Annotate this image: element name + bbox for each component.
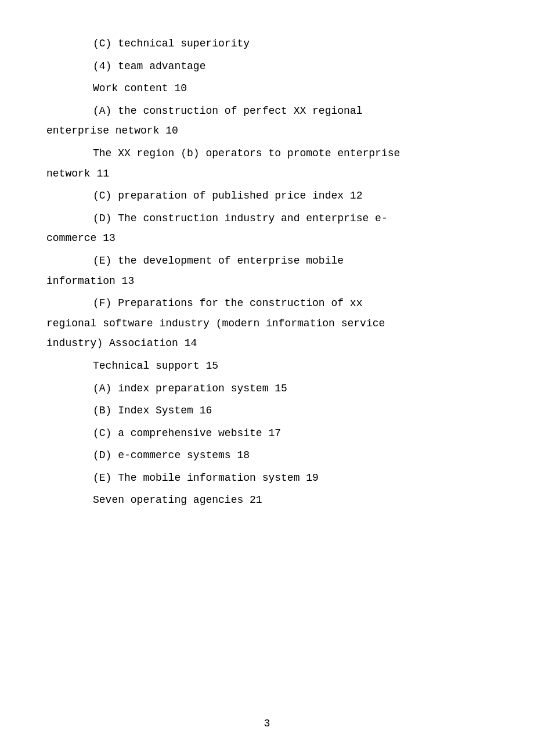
- block-b-index: (B) Index System 16: [46, 402, 488, 420]
- page: (C) technical superiority (4) team advan…: [0, 0, 534, 756]
- block-f-preparations: (F) Preparations for the construction of…: [46, 294, 488, 352]
- line-e-development-2: information 13: [46, 272, 488, 290]
- block-a-construction: (A) the construction of perfect XX regio…: [46, 102, 488, 140]
- block-xx-region: The XX region (b) operators to promote e…: [46, 145, 488, 182]
- block-e-mobile: (E) The mobile information system 19: [46, 469, 488, 487]
- line-xx-region-2: network 11: [46, 165, 488, 183]
- line-f-preparations-2: regional software industry (modern infor…: [46, 315, 488, 333]
- content: (C) technical superiority (4) team advan…: [46, 35, 488, 509]
- block-4-team: (4) team advantage: [46, 57, 488, 75]
- line-e-mobile: (E) The mobile information system 19: [46, 469, 488, 487]
- block-a-index: (A) index preparation system 15: [46, 380, 488, 398]
- line-f-preparations-3: industry) Association 14: [46, 334, 488, 352]
- line-d-construction-2: commerce 13: [46, 229, 488, 247]
- line-a-construction-2: enterprise network 10: [46, 122, 488, 140]
- line-c-preparation: (C) preparation of published price index…: [46, 187, 488, 205]
- line-4-team: (4) team advantage: [46, 57, 488, 75]
- line-technical-support: Technical support 15: [46, 357, 488, 375]
- line-c-website: (C) a comprehensive website 17: [46, 424, 488, 442]
- line-f-preparations-1: (F) Preparations for the construction of…: [46, 294, 488, 312]
- line-b-index: (B) Index System 16: [46, 402, 488, 420]
- block-c-preparation: (C) preparation of published price index…: [46, 187, 488, 205]
- block-work-content: Work content 10: [46, 80, 488, 98]
- block-d-construction: (D) The construction industry and enterp…: [46, 210, 488, 247]
- line-d-ecommerce: (D) e-commerce systems 18: [46, 447, 488, 465]
- line-d-construction-1: (D) The construction industry and enterp…: [46, 210, 488, 228]
- page-number: 3: [264, 715, 270, 733]
- block-technical-support: Technical support 15: [46, 357, 488, 375]
- block-d-ecommerce: (D) e-commerce systems 18: [46, 447, 488, 465]
- line-a-index: (A) index preparation system 15: [46, 380, 488, 398]
- line-work-content: Work content 10: [46, 80, 488, 98]
- line-a-construction-1: (A) the construction of perfect XX regio…: [46, 102, 488, 120]
- line-e-development-1: (E) the development of enterprise mobile: [46, 252, 488, 270]
- block-c-website: (C) a comprehensive website 17: [46, 424, 488, 442]
- block-e-development: (E) the development of enterprise mobile…: [46, 252, 488, 290]
- line-c-technical: (C) technical superiority: [46, 35, 488, 53]
- block-c-technical: (C) technical superiority: [46, 35, 488, 53]
- line-seven-agencies: Seven operating agencies 21: [46, 491, 488, 509]
- line-xx-region-1: The XX region (b) operators to promote e…: [46, 145, 488, 163]
- block-seven-agencies: Seven operating agencies 21: [46, 491, 488, 509]
